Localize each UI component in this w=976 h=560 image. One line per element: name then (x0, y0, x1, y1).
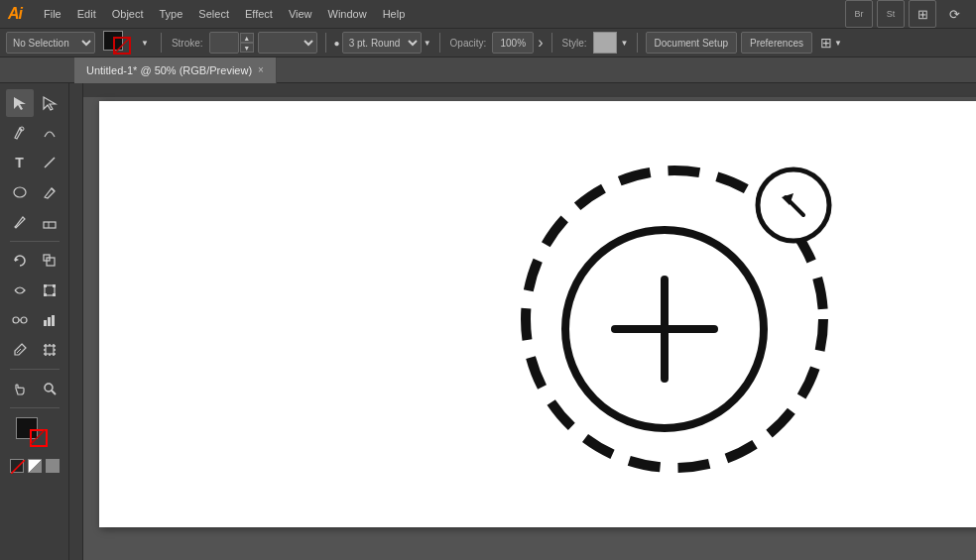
tool-row-pen (6, 119, 63, 147)
stroke-value-input[interactable] (209, 32, 239, 54)
document-setup-button[interactable]: Document Setup (646, 32, 738, 54)
scale-tool[interactable] (36, 247, 63, 275)
tab-title: Untitled-1* @ 50% (RGB/Preview) (86, 64, 252, 76)
free-transform-tool[interactable] (36, 277, 63, 304)
artboard-tool[interactable] (36, 336, 63, 364)
left-toolbar: T (0, 83, 69, 560)
color-arrow-icon: ▼ (141, 39, 149, 48)
warp-icon (12, 282, 28, 298)
pen-tool[interactable] (6, 119, 34, 147)
pencil-icon (12, 214, 28, 230)
rotate-tool[interactable] (6, 247, 34, 275)
tool-separator-3 (10, 407, 60, 408)
svg-rect-23 (46, 346, 54, 354)
svg-line-22 (17, 349, 21, 353)
menu-effect[interactable]: Effect (237, 4, 281, 24)
svg-line-0 (115, 39, 129, 53)
ellipse-tool[interactable] (6, 178, 34, 206)
grid-icon[interactable]: ⊞ (909, 0, 936, 28)
fill-stroke-swatches[interactable] (16, 417, 54, 451)
column-graph-icon (42, 312, 58, 328)
svg-rect-40 (69, 83, 976, 97)
svg-rect-15 (53, 293, 56, 296)
menu-file[interactable]: File (36, 4, 69, 24)
menu-type[interactable]: Type (152, 4, 191, 24)
stroke-diagonal-icon (113, 37, 131, 55)
brush-icon (42, 184, 58, 200)
stroke-down-btn[interactable]: ▼ (240, 43, 254, 53)
hand-tool[interactable] (6, 375, 34, 402)
brush-tool[interactable] (36, 178, 63, 206)
menu-object[interactable]: Object (104, 4, 152, 24)
preferences-button[interactable]: Preferences (741, 32, 812, 54)
eraser-tool[interactable] (36, 208, 63, 236)
warp-tool[interactable] (6, 277, 34, 304)
stroke-up-btn[interactable]: ▲ (240, 33, 254, 43)
artboard (99, 101, 976, 527)
menu-select[interactable]: Select (190, 4, 237, 24)
artwork-svg (99, 101, 976, 527)
tool-row-type: T (6, 149, 63, 176)
pt-icon: ● (334, 38, 340, 49)
line-icon (42, 155, 58, 170)
zoom-icon (42, 381, 58, 396)
line-tool[interactable] (36, 149, 63, 176)
opacity-expand-icon[interactable]: › (538, 34, 543, 52)
free-transform-icon (42, 282, 58, 298)
svg-rect-19 (44, 320, 47, 326)
type-tool[interactable]: T (6, 149, 34, 176)
opacity-input[interactable] (492, 32, 534, 54)
separator-4 (551, 33, 552, 53)
selection-dropdown[interactable]: No Selection (6, 32, 95, 54)
menu-help[interactable]: Help (375, 4, 414, 24)
selection-tool[interactable] (6, 89, 34, 117)
tool-row-eyedropper (6, 336, 63, 364)
column-graph-tool[interactable] (36, 306, 63, 334)
rotate-icon (12, 253, 28, 269)
menu-bar: Ai File Edit Object Type Select Effect V… (0, 0, 976, 28)
menu-view[interactable]: View (281, 4, 320, 24)
tab-close-btn[interactable]: × (258, 64, 264, 75)
gradient-swatch[interactable] (28, 459, 42, 473)
none-swatch[interactable] (10, 459, 24, 473)
menu-edit[interactable]: Edit (69, 4, 104, 24)
svg-line-38 (31, 430, 45, 444)
svg-marker-2 (44, 97, 56, 110)
separator-2 (325, 33, 326, 53)
arrange-icon[interactable]: ⊞ (820, 35, 832, 51)
tool-separator-2 (10, 369, 60, 370)
zoom-tool[interactable] (36, 375, 63, 402)
svg-rect-6 (44, 222, 56, 228)
app-logo: Ai (4, 5, 26, 23)
stroke-type-dropdown[interactable] (258, 32, 317, 54)
tool-row-wrap (6, 277, 63, 304)
menu-window[interactable]: Window (320, 4, 375, 24)
app-icons: Br St ⊞ ⟳ (845, 0, 972, 28)
tool-row-shapes (6, 178, 63, 206)
pencil-tool[interactable] (6, 208, 34, 236)
color-swatch[interactable] (46, 459, 60, 473)
eyedropper-tool[interactable] (6, 336, 34, 364)
pt-round-dropdown[interactable]: 3 pt. Round (342, 32, 422, 54)
none-swatch-icon (11, 460, 25, 474)
direct-selection-tool[interactable] (36, 89, 63, 117)
ruler-left (69, 83, 83, 560)
fill-stroke-indicator[interactable] (103, 29, 139, 56)
tab-bar: Untitled-1* @ 50% (RGB/Preview) × (0, 57, 976, 83)
ruler-top: 0 (69, 83, 976, 97)
scale-icon (42, 253, 58, 269)
curvature-icon (42, 125, 58, 141)
tool-row-blend (6, 306, 63, 334)
curvature-tool[interactable] (36, 119, 63, 147)
br-icon[interactable]: Br (845, 0, 873, 28)
type-icon: T (15, 155, 24, 170)
style-swatch[interactable] (593, 32, 617, 54)
sync-icon[interactable]: ⟳ (940, 0, 968, 28)
main-area: T (0, 83, 976, 560)
svg-line-39 (11, 460, 25, 474)
blend-tool[interactable] (6, 306, 34, 334)
svg-point-17 (21, 317, 27, 323)
st-icon[interactable]: St (877, 0, 905, 28)
document-tab[interactable]: Untitled-1* @ 50% (RGB/Preview) × (74, 57, 277, 83)
tool-row-hand-zoom (6, 375, 63, 402)
